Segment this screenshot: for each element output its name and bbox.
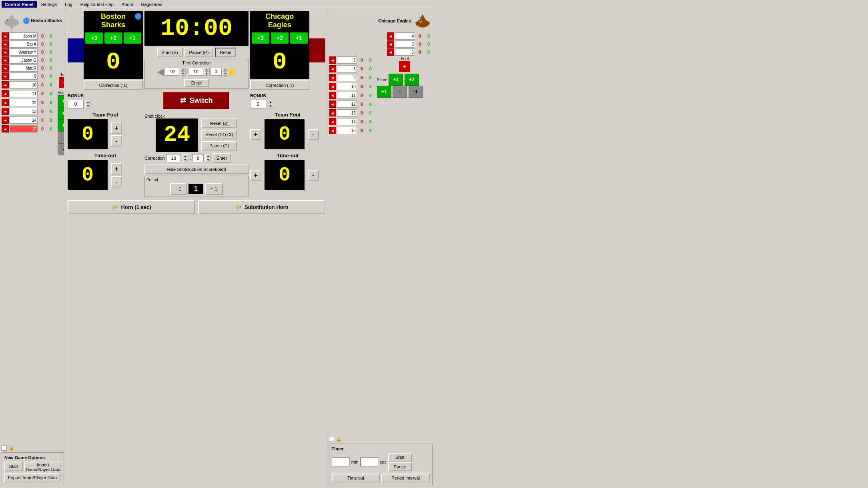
right-foul-button[interactable]: + bbox=[399, 61, 410, 72]
right-score-minus-button[interactable]: - bbox=[393, 86, 407, 98]
arrow-btn-r11[interactable]: ◄ bbox=[329, 92, 336, 99]
arrow-btn-12[interactable]: ◄ bbox=[2, 99, 9, 106]
arrow-btn-stu[interactable]: ◄ bbox=[2, 40, 9, 48]
home-teamfoul-plus[interactable]: + bbox=[111, 123, 122, 134]
arrow-btn-r7[interactable]: ◄ bbox=[329, 56, 336, 64]
menu-about[interactable]: About bbox=[118, 1, 137, 8]
arrow-btn-r9[interactable]: ◄ bbox=[329, 74, 336, 81]
player-input-12[interactable] bbox=[10, 99, 38, 106]
horn-button[interactable]: 📯 Horn (1 sec) bbox=[68, 200, 195, 214]
player-input-andrew[interactable] bbox=[10, 48, 38, 56]
player-input-15[interactable] bbox=[10, 125, 38, 133]
player-input-jason[interactable] bbox=[10, 56, 38, 64]
home-bonus-input[interactable] bbox=[68, 100, 84, 108]
away-plus3-btn[interactable]: +3 bbox=[252, 32, 269, 44]
away-timeout-minus[interactable]: - bbox=[308, 170, 319, 181]
away-teamfoul-minus[interactable]: - bbox=[308, 129, 319, 140]
menu-log[interactable]: Log bbox=[61, 1, 76, 8]
arrow-btn-andrew[interactable]: ◄ bbox=[2, 48, 9, 56]
home-plus1-btn[interactable]: +1 bbox=[124, 32, 141, 44]
away-bonus-spinner[interactable]: ▲ ▼ bbox=[268, 100, 273, 108]
player-input-14[interactable] bbox=[10, 116, 38, 124]
player-input-r15[interactable] bbox=[337, 127, 357, 134]
arrow-btn-r12[interactable]: ◄ bbox=[329, 100, 336, 108]
checkbox-right[interactable] bbox=[329, 437, 334, 442]
sc-reset-14x-btn[interactable]: Reset (14) (X) bbox=[201, 130, 237, 139]
arrow-btn-r5[interactable]: ◄ bbox=[387, 40, 394, 48]
away-bonus-down[interactable]: ▼ bbox=[268, 104, 273, 108]
hide-shotclock-btn[interactable]: Hide Shotclock on Scoreboard bbox=[144, 165, 249, 174]
tc-min-down[interactable]: ▼ bbox=[180, 72, 186, 76]
timer-sec-input[interactable] bbox=[360, 458, 378, 466]
player-input-11[interactable] bbox=[10, 90, 38, 97]
home-bonus-spinner[interactable]: ▲ ▼ bbox=[85, 100, 91, 108]
tc-frame-input[interactable] bbox=[210, 68, 222, 76]
menu-settings[interactable]: Settings bbox=[38, 1, 61, 8]
right-score-plus3-button[interactable]: +3 bbox=[389, 74, 403, 86]
home-plus3-btn[interactable]: +3 bbox=[85, 32, 103, 44]
score-plus2-button[interactable]: +2 bbox=[58, 107, 64, 119]
arrow-btn-13[interactable]: ◄ bbox=[2, 108, 9, 115]
switch-button[interactable]: ⇄ Switch bbox=[163, 92, 229, 109]
player-input-r10[interactable] bbox=[337, 83, 357, 90]
arrow-btn-14[interactable]: ◄ bbox=[2, 116, 9, 124]
player-input-9[interactable] bbox=[10, 72, 38, 80]
tc-frame-down[interactable]: ▼ bbox=[223, 72, 228, 76]
arrow-btn-mat[interactable]: ◄ bbox=[2, 64, 9, 72]
reset-clock-btn[interactable]: Reset bbox=[215, 48, 236, 57]
checkbox-left[interactable] bbox=[2, 446, 7, 451]
home-bonus-down[interactable]: ▼ bbox=[85, 104, 91, 108]
home-bonus-up[interactable]: ▲ bbox=[85, 100, 91, 104]
sc-corr1-up[interactable]: ▲ bbox=[182, 154, 188, 158]
score-plus1-button[interactable]: +1 bbox=[58, 119, 64, 131]
arrow-btn-r13[interactable]: ◄ bbox=[329, 109, 336, 116]
timer-min-input[interactable] bbox=[332, 458, 350, 466]
sc-corr1-down[interactable]: ▼ bbox=[182, 158, 188, 162]
timer-start-btn[interactable]: Start bbox=[388, 453, 412, 462]
start-game-button[interactable]: Start bbox=[4, 462, 23, 471]
pause-clock-btn[interactable]: Pause (P) bbox=[184, 48, 214, 57]
timer-timeout-btn[interactable]: Time out bbox=[332, 474, 380, 482]
menu-registered[interactable]: Registered bbox=[138, 1, 166, 8]
away-plus1-btn[interactable]: +1 bbox=[290, 32, 308, 44]
player-input-john[interactable] bbox=[10, 32, 38, 40]
tc-sec-down[interactable]: ▼ bbox=[204, 72, 210, 76]
sc-pause-c-btn[interactable]: Pause (C) bbox=[201, 141, 237, 151]
tc-frame-up[interactable]: ▲ bbox=[223, 68, 228, 72]
player-input-stu[interactable] bbox=[10, 40, 38, 48]
arrow-btn-15[interactable]: ◄ bbox=[2, 125, 9, 133]
home-timeout-plus[interactable]: + bbox=[111, 163, 122, 175]
right-score-plus1-button[interactable]: +1 bbox=[377, 86, 391, 98]
away-timeout-plus[interactable]: + bbox=[250, 170, 261, 181]
arrow-btn-10[interactable]: ◄ bbox=[2, 81, 9, 88]
right-score-plus2-button[interactable]: +2 bbox=[405, 74, 419, 86]
player-input-r14[interactable] bbox=[337, 118, 357, 125]
player-input-r4[interactable] bbox=[395, 32, 415, 40]
player-input-r6[interactable] bbox=[395, 48, 415, 56]
home-timeout-minus[interactable]: - bbox=[111, 176, 122, 187]
import-button[interactable]: Import Team/Player Data bbox=[24, 462, 61, 471]
timer-pause-btn[interactable]: Pause bbox=[388, 462, 412, 471]
sc-corr2-down[interactable]: ▼ bbox=[205, 158, 211, 162]
period-minus-btn[interactable]: - 1 bbox=[170, 183, 187, 195]
player-input-r12[interactable] bbox=[337, 100, 357, 108]
player-input-10[interactable] bbox=[10, 81, 38, 88]
tc-min-up[interactable]: ▲ bbox=[180, 68, 186, 72]
home-correction-btn[interactable]: Correction (-1) bbox=[84, 80, 143, 90]
tc-sec-input[interactable] bbox=[189, 68, 203, 76]
sc-enter-btn[interactable]: Enter bbox=[212, 153, 231, 163]
sc-reset-z-btn[interactable]: Reset (Z) bbox=[201, 118, 237, 128]
export-button[interactable]: Export Team/Player Data bbox=[4, 473, 60, 482]
arrow-btn-r10[interactable]: ◄ bbox=[329, 83, 336, 90]
player-input-mat[interactable] bbox=[10, 64, 38, 72]
tc-min-input[interactable] bbox=[165, 68, 179, 76]
player-input-r7[interactable] bbox=[337, 56, 357, 64]
player-input-13[interactable] bbox=[10, 108, 38, 115]
substitution-horn-button[interactable]: 📯 Substitution Horn bbox=[198, 200, 325, 214]
away-bonus-up[interactable]: ▲ bbox=[268, 100, 273, 104]
arrow-btn-11[interactable]: ◄ bbox=[2, 90, 9, 97]
arrow-btn-r6[interactable]: ◄ bbox=[387, 48, 394, 56]
sc-corr2-up[interactable]: ▲ bbox=[205, 154, 211, 158]
arrow-btn-r4[interactable]: ◄ bbox=[387, 32, 394, 40]
tc-sec-up[interactable]: ▲ bbox=[204, 68, 210, 72]
